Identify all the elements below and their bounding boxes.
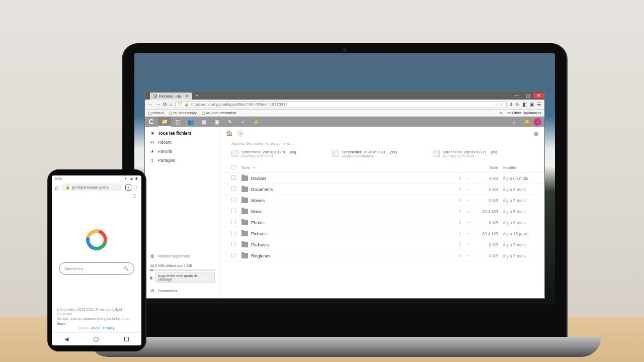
more-icon[interactable]: ⋯ — [466, 220, 471, 225]
recent-item[interactable]: Screenshot_20210301-10….pngModifiés réce… — [231, 150, 317, 158]
more-icon[interactable]: ⋯ — [466, 198, 471, 203]
app-logo[interactable] — [145, 117, 158, 127]
view-toggle[interactable]: ▦ — [534, 131, 538, 136]
sidebar-item-settings[interactable]: ⚙Paramètres — [150, 287, 215, 295]
bookmark-star-icon[interactable]: ☆ — [500, 102, 504, 107]
bookmarks-overflow[interactable]: » — [500, 111, 502, 115]
more-icon[interactable]: ⋯ — [466, 231, 471, 236]
maximize-button[interactable]: ▢ — [522, 93, 533, 98]
url-field[interactable]: 🛡 🔒 https://ecloud.global/apps/files/?di… — [175, 101, 507, 108]
app-tasks[interactable]: ✓ — [236, 117, 250, 127]
app-contacts[interactable]: 👥 — [184, 117, 197, 127]
menu-icon[interactable]: ☰ — [537, 102, 541, 107]
table-row[interactable]: Movies⇪⋯0 KBil y a 7 mois — [220, 195, 544, 206]
minimize-button[interactable]: — — [511, 93, 522, 98]
share-icon[interactable]: ⇪ — [458, 198, 462, 203]
col-modified[interactable]: Modifié — [498, 165, 533, 170]
phone-menu-icon[interactable]: ⋮ — [134, 185, 138, 190]
extensions-icon[interactable]: ▣ — [530, 102, 534, 107]
notes-placeholder[interactable]: Ajoutez des notes, listes ou liens … — [220, 140, 544, 150]
user-avatar[interactable]: J — [534, 118, 541, 126]
select-all-checkbox[interactable] — [231, 165, 236, 169]
privacy-link[interactable]: Privacy — [103, 326, 114, 330]
browser-tab[interactable]: Fichiers - /e/ ✕ — [150, 93, 192, 100]
app-photos[interactable]: ▣ — [210, 117, 223, 127]
notifications-button[interactable]: 🔔 — [521, 117, 534, 127]
table-row[interactable]: Pictures⇪⋯20.4 MBil y a 15 jours — [220, 228, 544, 239]
table-row[interactable]: Devices⇪⋯4 KBil y a un mois — [220, 173, 544, 184]
bookmark-item[interactable]: /e/ documentation — [202, 111, 236, 115]
phone-url-field[interactable]: 🔒 ps://spot.ecloud.global — [61, 184, 122, 191]
new-tab-button[interactable]: + — [195, 93, 198, 99]
table-row[interactable]: Documents⇪⋯0 KBil y a 8 mois — [220, 184, 544, 195]
reader-icon[interactable]: ⋯ — [494, 102, 498, 107]
share-icon[interactable]: ⇪ — [458, 209, 462, 214]
sidebar-item-all-files[interactable]: ■Tous les fichiers — [145, 129, 220, 138]
more-icon[interactable]: ⋯ — [466, 242, 471, 247]
more-icon[interactable]: ⋯ — [466, 187, 471, 192]
more-icon[interactable]: ⋯ — [466, 253, 471, 258]
nav-home[interactable] — [94, 337, 99, 342]
forward-button[interactable]: → — [155, 102, 160, 107]
file-size: 0 KB — [471, 253, 498, 258]
row-checkbox[interactable] — [231, 242, 236, 246]
phone-home-icon[interactable]: ⌂ — [55, 185, 58, 191]
row-checkbox[interactable] — [231, 220, 236, 224]
app-files[interactable]: 📁 — [158, 117, 171, 127]
back-button[interactable]: ← — [148, 102, 153, 107]
app-gallery[interactable]: ◫ — [171, 117, 184, 127]
home-button[interactable]: ⌂ — [170, 102, 173, 107]
row-checkbox[interactable] — [231, 175, 236, 180]
sidebar-icon[interactable]: ◧ — [523, 102, 527, 107]
col-size[interactable]: Taille — [471, 165, 498, 170]
download-icon[interactable]: ⬇ — [509, 102, 513, 107]
search-button[interactable]: ⌕ — [508, 117, 521, 127]
share-icon[interactable]: ⇪ — [458, 231, 462, 236]
sidebar-item-recent[interactable]: ◴Récent — [145, 138, 220, 147]
recent-item[interactable]: Screenshot_20210217-11….pngModifiés réce… — [332, 150, 418, 158]
app-calendar[interactable]: ▦ — [197, 117, 210, 127]
upgrade-quota-button[interactable]: Augmenter mon quota de stockage — [155, 273, 215, 283]
library-icon[interactable]: ⊪ — [516, 102, 520, 107]
share-icon[interactable]: ⇪ — [458, 242, 462, 247]
spot-link[interactable]: Spot — [115, 308, 122, 311]
table-row[interactable]: Photos⇪⋯0 KBil y a 8 mois — [220, 217, 544, 228]
row-checkbox[interactable] — [231, 198, 236, 202]
share-icon[interactable]: ⇪ — [458, 187, 462, 192]
reload-button[interactable]: ⟳ — [163, 102, 167, 107]
app-activity[interactable]: ⚡ — [250, 117, 263, 127]
breadcrumb-home[interactable]: 🏠 — [226, 131, 232, 136]
bookmark-item[interactable]: ecloud — [148, 111, 164, 115]
row-checkbox[interactable] — [231, 253, 236, 257]
folder-icon — [242, 253, 248, 258]
row-checkbox[interactable] — [231, 209, 236, 213]
share-icon[interactable]: ⇪ — [458, 176, 462, 181]
table-row[interactable]: Music⇪⋯20.4 MBil y a 5 mois — [220, 206, 544, 217]
table-row[interactable]: Podcasts⇪⋯0 KBil y a 7 mois — [220, 239, 544, 250]
row-checkbox[interactable] — [231, 231, 236, 235]
share-icon[interactable]: ⇪ — [458, 220, 462, 225]
app-notes[interactable]: ✎ — [223, 117, 236, 127]
close-tab-icon[interactable]: ✕ — [185, 94, 189, 99]
phone-tab-count[interactable]: 1 — [125, 185, 131, 191]
more-icon[interactable]: ⋯ — [466, 209, 471, 214]
table-row[interactable]: Ringtones⇪⋯0 KBil y a 7 mois — [220, 250, 544, 261]
share-icon[interactable]: ⇪ — [458, 253, 462, 258]
about-link[interactable]: About — [91, 326, 100, 330]
recent-item[interactable]: Screenshot_20210217-11….pngModifiés réce… — [433, 150, 518, 158]
sidebar-item-favorites[interactable]: ★Favoris — [145, 147, 220, 156]
searx-link[interactable]: Searx — [57, 322, 66, 325]
phone-search-field[interactable]: Search for… 🔍 — [59, 262, 134, 275]
nav-recent[interactable] — [124, 337, 129, 341]
more-icon[interactable]: ⋯ — [466, 176, 471, 181]
sidebar-item-deleted[interactable]: 🗑Fichiers supprimés — [150, 252, 215, 260]
col-name[interactable]: Nom — [242, 165, 250, 170]
close-window-button[interactable]: ✕ — [533, 93, 544, 98]
sidebar-item-shares[interactable]: ⇪Partages — [145, 156, 220, 165]
nav-back[interactable]: ◀ — [64, 336, 68, 342]
other-bookmarks[interactable]: ▭ Other Bookmarks — [507, 111, 541, 115]
bookmark-item[interactable]: /e/ community — [169, 111, 197, 115]
phone-page-menu[interactable]: ☰ — [52, 193, 141, 200]
new-button[interactable]: + — [236, 130, 244, 137]
row-checkbox[interactable] — [231, 187, 236, 191]
